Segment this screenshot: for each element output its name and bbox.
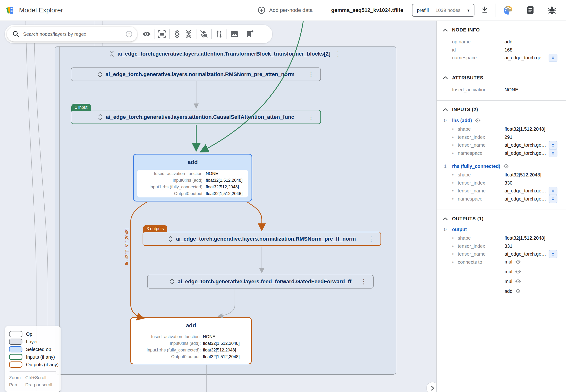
expand-value-button[interactable] [549,54,557,62]
toolbar-divider [242,29,242,39]
input-count-badge: 1 input [71,104,91,111]
node-gated-feed-forward[interactable]: ai_edge_torch.generative.layers.feed_for… [147,275,373,289]
add-per-node-data-button[interactable]: Add per-node data [258,6,313,14]
connected-node-name[interactable]: add [504,288,512,295]
expand-node-icon[interactable] [97,113,103,121]
add-bookmark-button[interactable] [244,28,255,40]
open-panel-button[interactable] [426,382,437,392]
layer-header[interactable]: ai_edge_torch.generative.layers.attentio… [55,46,396,61]
locate-node-icon[interactable] [503,163,509,169]
info-row: namespace ai_edge_torch.ge… [452,54,563,62]
legend-label: Layer [26,339,38,345]
attributes-header[interactable]: ATTRIBUTES [452,75,563,81]
connects-to-row: • connects to mul mul mul add [452,258,563,295]
node-causal-self-attention[interactable]: ai_edge_torch.generative.layers.attentio… [71,110,321,124]
graph-selector-dropdown[interactable]: prefill 1039 nodes ▼ [412,4,474,17]
report-bug-button[interactable] [547,5,557,15]
collapse-section-icon [443,217,448,221]
outputs-header[interactable]: OUTPUTS (1) [452,216,563,222]
export-image-button[interactable] [229,28,240,40]
input-name-link[interactable]: lhs (add) [452,118,472,123]
io-index: 0 [444,118,452,123]
theme-palette-button[interactable] [503,5,513,16]
image-icon [230,29,239,39]
attribute-row: fused_activation… NONE [452,86,563,94]
locate-node-icon[interactable] [475,118,481,123]
op-title: add [134,154,251,170]
expand-value-button[interactable] [549,187,557,195]
expand-value-button[interactable] [549,141,557,149]
node-rmsnorm-pre-atten[interactable]: ai_edge_torch.generative.layers.normaliz… [71,68,321,81]
inputs-swatch [9,354,22,360]
inputs-header[interactable]: INPUTS (2) [452,107,563,112]
shortcut-zoom: Zoom Ctrl+Scroll [9,374,57,381]
expand-collapse-icon [551,189,555,193]
docs-button[interactable] [525,5,535,15]
download-button[interactable] [480,6,489,15]
search-help-icon[interactable]: ? [125,30,133,38]
dropdown-caret-icon: ▼ [467,8,470,12]
locate-node-icon[interactable] [515,288,521,294]
expand-collapse-icon [551,56,555,60]
input-name-link[interactable]: rhs (fully_connected) [452,164,500,169]
row-value: ai_edge_torch.ge… [504,195,546,203]
bullet: • [452,141,458,149]
badge-label: 1 input [75,105,87,110]
expand-all-layers-button[interactable] [171,28,183,40]
flatten-layers-button[interactable] [198,28,209,40]
expand-value-button[interactable] [549,149,557,157]
op-attributes: fused_activation_function:NONE Input0:lh… [137,170,248,197]
output-name-link[interactable]: output [452,227,467,232]
connected-node-name[interactable]: mul [505,268,512,275]
connected-node-name[interactable]: mul [505,258,512,266]
toolbar-divider [196,29,196,39]
row-label: op name [452,38,504,46]
toggle-visibility-button[interactable] [141,28,152,40]
connected-node-name[interactable]: mul [505,278,512,285]
attr-label: fused_activation_function: [137,170,206,177]
layer-menu-icon[interactable]: ⋮ [334,51,342,57]
expand-node-icon[interactable] [169,278,175,285]
expand-value-button[interactable] [549,250,557,258]
node-add-selected[interactable]: add fused_activation_function:NONE Input… [133,154,252,201]
row-value: ai_edge_torch.ge… [504,187,546,195]
attr-label: Input1:rhs (fully_connected): [137,184,206,190]
expand-node-icon[interactable] [97,71,103,78]
model-file-name: gemma_seq512_kv1024.tflite [331,7,403,13]
node-title: ai_edge_torch.generative.layers.normaliz… [176,236,356,242]
section-title: ATTRIBUTES [452,75,483,81]
legend-item-op: Op [9,330,57,338]
bullet: • [452,250,458,258]
graph-canvas[interactable]: ai_edge_torch.generative.layers.attentio… [0,21,437,392]
collapse-section-icon [443,76,448,80]
search-input[interactable] [23,31,125,37]
locate-node-icon[interactable] [515,279,521,284]
io-index: 1 [444,164,452,169]
io-index: 0 [444,227,452,232]
row-value: ai_edge_torch.ge… [504,250,546,258]
node-rmsnorm-pre-ff[interactable]: ai_edge_torch.generative.layers.normaliz… [143,232,381,246]
fit-to-screen-button[interactable] [156,28,168,40]
node-menu-icon[interactable]: ⋮ [307,71,315,78]
outputs-swatch [9,362,22,368]
locate-node-icon[interactable] [515,259,521,265]
node-menu-icon[interactable]: ⋮ [307,114,315,120]
fit-screen-icon [157,29,167,39]
row-value: ai_edge_torch.ge… [504,141,546,149]
row-label: tensor_name [458,250,504,258]
locate-node-icon[interactable] [515,269,521,274]
expand-value-button[interactable] [549,195,557,203]
expand-node-icon[interactable] [168,235,173,242]
reorder-button[interactable] [213,28,225,40]
node-info-header[interactable]: NODE INFO [452,27,563,33]
collapse-layer-icon[interactable] [109,50,114,57]
node-menu-icon[interactable]: ⋮ [359,279,368,285]
attr-label: Output0:output: [135,353,203,360]
node-add-output[interactable]: add fused_activation_function:NONE Input… [130,317,252,364]
collapse-all-layers-button[interactable] [183,28,194,40]
legend-item-layer: Layer [9,338,57,346]
section-title: OUTPUTS (1) [452,216,483,222]
node-menu-icon[interactable]: ⋮ [367,236,375,242]
search-box[interactable]: ? [7,27,137,42]
info-row: id 168 [452,46,563,54]
